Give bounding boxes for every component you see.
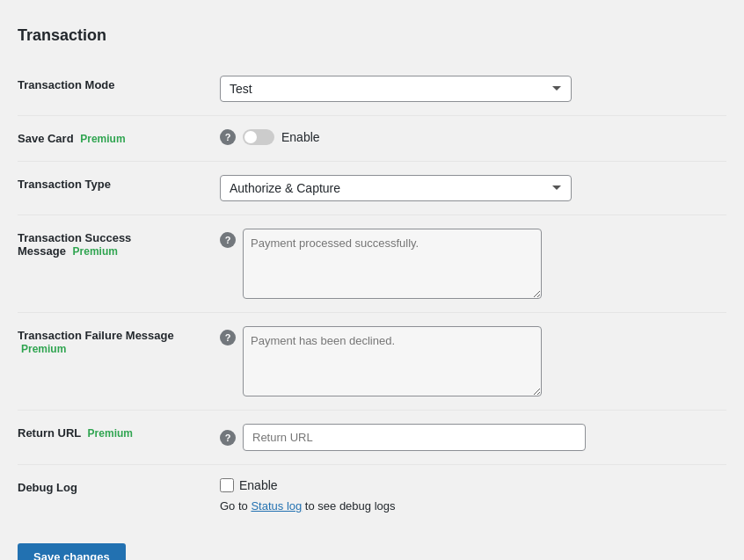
success-message-textarea[interactable] — [243, 229, 542, 299]
failure-field-row: ? — [220, 326, 718, 396]
debug-log-label: Debug Log — [18, 465, 211, 527]
debug-log-enable-label: Enable — [239, 478, 278, 492]
transaction-type-select[interactable]: Authorize & Capture Authorize Only — [220, 175, 572, 201]
success-msg-premium-badge: Premium — [73, 245, 118, 258]
save-changes-button[interactable]: Save changes — [18, 543, 126, 560]
return-url-input[interactable] — [243, 424, 586, 451]
save-card-field-row: ? Enable — [220, 129, 718, 145]
return-url-premium-badge: Premium — [88, 427, 133, 440]
transaction-failure-row: Transaction Failure Message Premium ? — [18, 313, 726, 411]
save-card-toggle[interactable] — [243, 129, 274, 145]
success-field-row: ? — [220, 229, 718, 299]
transaction-success-cell: ? — [211, 215, 726, 313]
debug-log-checkbox[interactable] — [220, 478, 234, 492]
debug-log-row: Debug Log Enable Go to Status log to see… — [18, 465, 726, 527]
return-url-cell: ? — [211, 411, 726, 465]
failure-message-textarea[interactable] — [243, 326, 542, 396]
save-card-help-icon[interactable]: ? — [220, 129, 236, 145]
transaction-mode-row: Transaction Mode Test Live — [18, 62, 726, 116]
debug-log-checkbox-row: Enable — [220, 478, 718, 492]
transaction-success-row: Transaction Success Message Premium ? — [18, 215, 726, 313]
save-card-enable-label: Enable — [281, 130, 320, 144]
section-title: Transaction — [18, 26, 726, 45]
save-card-label: Save Card Premium — [18, 116, 211, 162]
return-url-field-row: ? — [220, 424, 718, 451]
transaction-mode-label: Transaction Mode — [18, 62, 211, 116]
failure-msg-premium-badge: Premium — [21, 343, 66, 355]
save-card-cell: ? Enable — [211, 116, 726, 162]
return-url-row: Return URL Premium ? — [18, 411, 726, 465]
settings-form: Transaction Mode Test Live Save Card Pre… — [18, 62, 726, 526]
transaction-type-row: Transaction Type Authorize & Capture Aut… — [18, 162, 726, 215]
transaction-failure-label: Transaction Failure Message Premium — [18, 313, 211, 411]
success-help-icon[interactable]: ? — [220, 232, 236, 248]
transaction-type-label: Transaction Type — [18, 162, 211, 215]
transaction-success-label: Transaction Success Message Premium — [18, 215, 211, 313]
transaction-mode-cell: Test Live — [211, 62, 726, 116]
save-card-premium-badge: Premium — [80, 133, 125, 145]
save-card-slider — [243, 129, 274, 145]
status-log-link[interactable]: Status log — [251, 499, 302, 513]
return-url-help-icon[interactable]: ? — [220, 430, 236, 446]
settings-page: Transaction Transaction Mode Test Live S… — [18, 18, 726, 560]
transaction-mode-select[interactable]: Test Live — [220, 76, 572, 102]
save-card-row: Save Card Premium ? Enable — [18, 116, 726, 162]
transaction-failure-cell: ? — [211, 313, 726, 411]
debug-log-cell: Enable Go to Status log to see debug log… — [211, 465, 726, 527]
transaction-type-cell: Authorize & Capture Authorize Only — [211, 162, 726, 215]
failure-help-icon[interactable]: ? — [220, 330, 236, 345]
return-url-label: Return URL Premium — [18, 411, 211, 465]
debug-log-status-text: Go to Status log to see debug logs — [220, 499, 718, 513]
